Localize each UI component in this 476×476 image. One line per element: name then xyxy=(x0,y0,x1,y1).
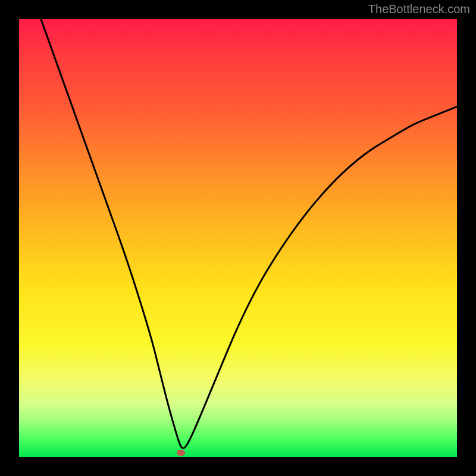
plot-area xyxy=(19,19,457,457)
optimum-marker xyxy=(177,450,185,456)
chart-frame: TheBottleneck.com xyxy=(0,0,476,476)
bottleneck-curve xyxy=(19,19,457,457)
curve-path xyxy=(41,19,457,448)
watermark: TheBottleneck.com xyxy=(368,2,470,16)
